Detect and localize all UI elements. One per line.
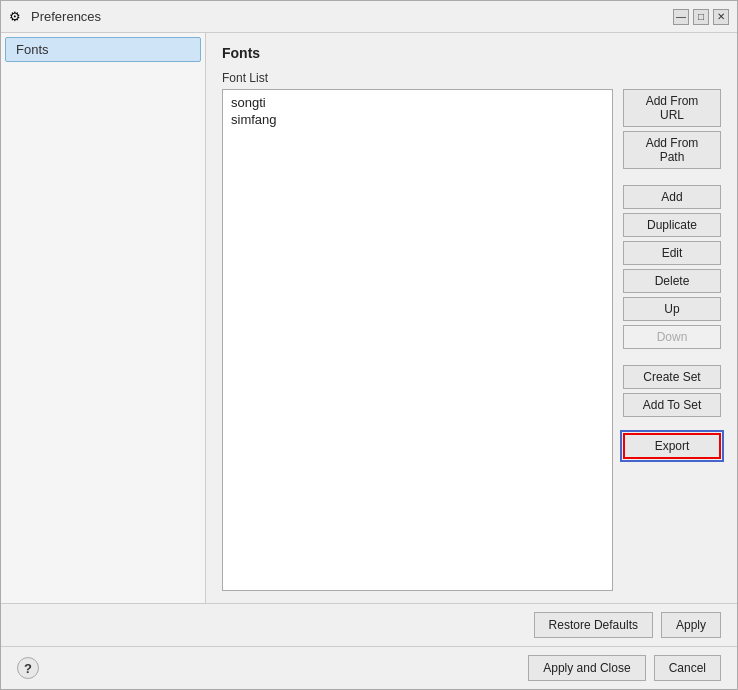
export-button[interactable]: Export (623, 433, 721, 459)
edit-button[interactable]: Edit (623, 241, 721, 265)
help-button[interactable]: ? (17, 657, 39, 679)
window-title: Preferences (31, 9, 101, 24)
sidebar-item-fonts[interactable]: Fonts (5, 37, 201, 62)
restore-defaults-button[interactable]: Restore Defaults (534, 612, 653, 638)
delete-button[interactable]: Delete (623, 269, 721, 293)
up-button[interactable]: Up (623, 297, 721, 321)
font-list-label: Font List (222, 71, 721, 85)
buttons-panel: Add From URL Add From Path Add Duplicate… (623, 89, 721, 591)
add-from-url-button[interactable]: Add From URL (623, 89, 721, 127)
font-list[interactable]: songti simfang (222, 89, 613, 591)
down-button[interactable]: Down (623, 325, 721, 349)
title-bar: ⚙ Preferences — □ ✕ (1, 1, 737, 33)
content-area: songti simfang Add From URL Add From Pat… (222, 89, 721, 591)
apply-and-close-button[interactable]: Apply and Close (528, 655, 645, 681)
duplicate-button[interactable]: Duplicate (623, 213, 721, 237)
button-separator-2 (623, 353, 721, 361)
button-separator-3 (623, 421, 721, 429)
close-button[interactable]: ✕ (713, 9, 729, 25)
button-separator-1 (623, 173, 721, 181)
add-to-set-button[interactable]: Add To Set (623, 393, 721, 417)
preferences-window: ⚙ Preferences — □ ✕ Fonts Fonts Font Lis… (0, 0, 738, 690)
section-title: Fonts (222, 45, 721, 61)
cancel-button[interactable]: Cancel (654, 655, 721, 681)
create-set-button[interactable]: Create Set (623, 365, 721, 389)
minimize-button[interactable]: — (673, 9, 689, 25)
font-item-simfang[interactable]: simfang (227, 111, 608, 128)
apply-button[interactable]: Apply (661, 612, 721, 638)
sidebar: Fonts (1, 33, 206, 603)
app-icon: ⚙ (9, 9, 25, 25)
bottom-bar-lower: ? Apply and Close Cancel (1, 646, 737, 689)
maximize-button[interactable]: □ (693, 9, 709, 25)
add-button[interactable]: Add (623, 185, 721, 209)
window-body: Fonts Fonts Font List songti simfang Add… (1, 33, 737, 603)
font-item-songti[interactable]: songti (227, 94, 608, 111)
main-content: Fonts Font List songti simfang Add From … (206, 33, 737, 603)
add-from-path-button[interactable]: Add From Path (623, 131, 721, 169)
bottom-bar: Restore Defaults Apply (1, 603, 737, 646)
